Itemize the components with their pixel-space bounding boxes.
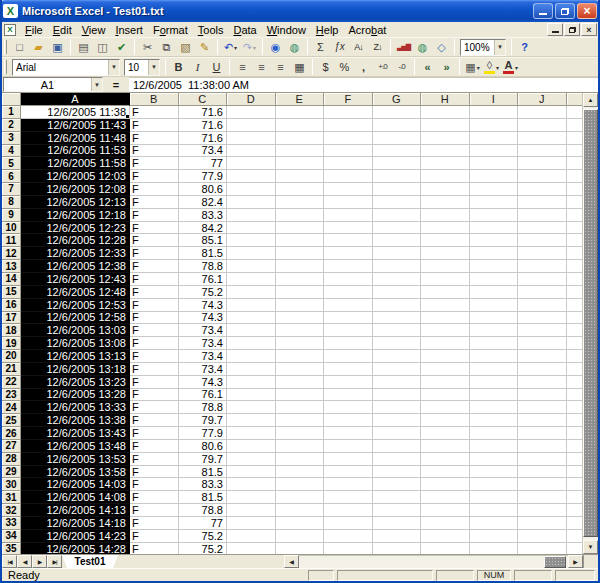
tab-prev-icon[interactable]: ◀ (17, 555, 32, 568)
cell-G9[interactable] (373, 209, 422, 222)
align-left-icon[interactable]: ≡ (233, 58, 252, 76)
cell-A4[interactable]: 12/6/2005 11:53 (21, 145, 130, 158)
cell-E21[interactable] (276, 363, 325, 376)
cell-B28[interactable]: F (130, 453, 179, 466)
cell-H34[interactable] (421, 530, 470, 543)
vertical-scroll-thumb[interactable] (583, 109, 598, 537)
cut-icon[interactable]: ✂ (138, 38, 157, 56)
cell-I3[interactable] (470, 132, 519, 145)
row-header-22[interactable]: 22 (2, 376, 21, 389)
cell-E32[interactable] (276, 504, 325, 517)
cell-F34[interactable] (324, 530, 373, 543)
menu-window[interactable]: Window (262, 23, 311, 37)
cell-I15[interactable] (470, 286, 519, 299)
cell-B20[interactable]: F (130, 350, 179, 363)
cell-G28[interactable] (373, 453, 422, 466)
cell-C22[interactable]: 74.3 (179, 376, 228, 389)
row-header-35[interactable]: 35 (2, 543, 21, 554)
cell-H12[interactable] (421, 247, 470, 260)
cell-A22[interactable]: 12/6/2005 13:23 (21, 376, 130, 389)
row-header-20[interactable]: 20 (2, 350, 21, 363)
cell-G8[interactable] (373, 196, 422, 209)
cell-D17[interactable] (227, 312, 276, 325)
cell-D7[interactable] (227, 183, 276, 196)
borders-icon[interactable]: ▦▾ (463, 58, 482, 76)
cell-D28[interactable] (227, 453, 276, 466)
cell-B21[interactable]: F (130, 363, 179, 376)
cell-D2[interactable] (227, 119, 276, 132)
cell-partial[interactable] (567, 478, 583, 491)
cell-G27[interactable] (373, 440, 422, 453)
cell-H3[interactable] (421, 132, 470, 145)
cell-D24[interactable] (227, 401, 276, 414)
cell-F32[interactable] (324, 504, 373, 517)
cell-J23[interactable] (518, 389, 567, 402)
cell-C11[interactable]: 85.1 (179, 234, 228, 247)
cell-I32[interactable] (470, 504, 519, 517)
cell-H2[interactable] (421, 119, 470, 132)
close-button[interactable]: × (577, 3, 597, 19)
cell-C33[interactable]: 77 (179, 517, 228, 530)
cell-E10[interactable] (276, 222, 325, 235)
format-painter-icon[interactable]: ✎ (195, 38, 214, 56)
column-header-B[interactable]: B (130, 93, 179, 106)
cell-A15[interactable]: 12/6/2005 12:48 (21, 286, 130, 299)
cell-E20[interactable] (276, 350, 325, 363)
cell-A18[interactable]: 12/6/2005 13:03 (21, 324, 130, 337)
cell-G29[interactable] (373, 466, 422, 479)
sort-descending-icon[interactable]: Z↓ (368, 38, 387, 56)
cell-partial[interactable] (567, 530, 583, 543)
restore-button[interactable] (555, 3, 575, 19)
cell-B30[interactable]: F (130, 478, 179, 491)
cell-E7[interactable] (276, 183, 325, 196)
cell-I18[interactable] (470, 324, 519, 337)
cell-partial[interactable] (567, 132, 583, 145)
cell-C12[interactable]: 81.5 (179, 247, 228, 260)
cell-F30[interactable] (324, 478, 373, 491)
decrease-decimal-icon[interactable]: -.0 (392, 58, 411, 76)
cell-J33[interactable] (518, 517, 567, 530)
cell-A8[interactable]: 12/6/2005 12:13 (21, 196, 130, 209)
cell-G35[interactable] (373, 543, 422, 554)
cell-C14[interactable]: 76.1 (179, 273, 228, 286)
cell-I11[interactable] (470, 234, 519, 247)
cell-A34[interactable]: 12/6/2005 14:23 (21, 530, 130, 543)
cell-E8[interactable] (276, 196, 325, 209)
cell-partial[interactable] (567, 491, 583, 504)
cell-H32[interactable] (421, 504, 470, 517)
cell-H1[interactable] (421, 106, 470, 119)
toolbar-grip[interactable] (4, 60, 7, 74)
row-header-15[interactable]: 15 (2, 286, 21, 299)
cell-I22[interactable] (470, 376, 519, 389)
cell-D26[interactable] (227, 427, 276, 440)
cell-partial[interactable] (567, 440, 583, 453)
cell-A13[interactable]: 12/6/2005 12:38 (21, 260, 130, 273)
cell-I10[interactable] (470, 222, 519, 235)
tab-last-icon[interactable]: ▶| (47, 555, 62, 568)
cell-G2[interactable] (373, 119, 422, 132)
cell-B18[interactable]: F (130, 324, 179, 337)
cell-H19[interactable] (421, 337, 470, 350)
cell-partial[interactable] (567, 466, 583, 479)
cell-A30[interactable]: 12/6/2005 14:03 (21, 478, 130, 491)
cell-J15[interactable] (518, 286, 567, 299)
cell-D19[interactable] (227, 337, 276, 350)
cell-B17[interactable]: F (130, 312, 179, 325)
cell-I30[interactable] (470, 478, 519, 491)
column-header-H[interactable]: H (421, 93, 470, 106)
cell-B32[interactable]: F (130, 504, 179, 517)
cell-B3[interactable]: F (130, 132, 179, 145)
cell-A11[interactable]: 12/6/2005 12:28 (21, 234, 130, 247)
cell-I20[interactable] (470, 350, 519, 363)
cell-A25[interactable]: 12/6/2005 13:38 (21, 414, 130, 427)
cell-D32[interactable] (227, 504, 276, 517)
zoom-select[interactable]: 100%▼ (460, 39, 506, 56)
cell-I26[interactable] (470, 427, 519, 440)
cell-I13[interactable] (470, 260, 519, 273)
cell-I1[interactable] (470, 106, 519, 119)
cell-D11[interactable] (227, 234, 276, 247)
autosum-icon[interactable]: Σ (311, 38, 330, 56)
cell-C1[interactable]: 71.6 (179, 106, 228, 119)
row-header-14[interactable]: 14 (2, 273, 21, 286)
cell-G32[interactable] (373, 504, 422, 517)
